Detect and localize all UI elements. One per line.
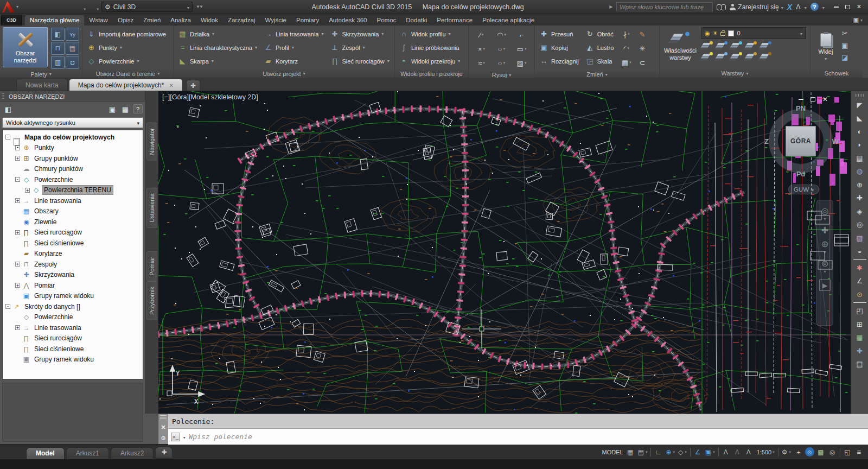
side-toolbar-button[interactable]: [853, 112, 867, 125]
viewport-visual-style-control[interactable]: [Model szkieletowy 2D]: [189, 93, 258, 101]
status-toggle[interactable]: [650, 448, 651, 457]
tree-expander[interactable]: +: [15, 325, 20, 330]
ribbon-tab[interactable]: Autodesk 360: [324, 15, 372, 26]
ribbon-button[interactable]: Lustro: [584, 41, 616, 54]
draw-tool-button[interactable]: [471, 56, 492, 70]
side-toolbar-button[interactable]: [853, 205, 867, 218]
tree-item[interactable]: Sieci ciśnieniowe: [3, 344, 143, 354]
layout-tab[interactable]: Arkusz1: [66, 447, 109, 459]
status-toggle[interactable]: [676, 446, 688, 458]
layout-tab[interactable]: Arkusz2: [111, 447, 154, 459]
drawing-canvas[interactable]: YX: [158, 91, 851, 414]
tree-expander[interactable]: +: [15, 156, 20, 161]
ribbon-tab[interactable]: Analiza: [165, 15, 196, 26]
draw-tool-button[interactable]: [492, 28, 512, 42]
toolspace-side-tab[interactable]: Przybornik: [146, 281, 157, 320]
tree-item[interactable]: + Grupy punktów: [3, 153, 143, 164]
panel-title[interactable]: Utwórz projekt: [174, 69, 394, 78]
status-toggle[interactable]: [815, 446, 827, 458]
tree-expander[interactable]: +: [15, 262, 20, 267]
ribbon-button[interactable]: Sieć rurociągów: [328, 54, 391, 68]
side-toolbar-button[interactable]: [853, 165, 867, 179]
draw-tool-button[interactable]: [512, 42, 532, 56]
workspace-selector[interactable]: Civil 3D: [101, 2, 193, 12]
status-toggle[interactable]: [778, 448, 778, 457]
minimize-button[interactable]: [834, 7, 839, 8]
file-tab[interactable]: Nowa karta: [16, 79, 68, 91]
ribbon-button[interactable]: Powierzchnie: [85, 54, 168, 68]
ribbon-button[interactable]: Przesuń: [538, 27, 580, 41]
status-toggle[interactable]: MODEL: [600, 446, 625, 458]
ribbon-button[interactable]: Linie próbkowania: [398, 41, 462, 54]
modify-tool-button[interactable]: [618, 41, 634, 55]
tree-item[interactable]: Grupy ramek widoku: [3, 291, 143, 302]
panel-title[interactable]: Utwórz Dane o terenie: [82, 69, 173, 78]
quick-access-button[interactable]: [34, 2, 46, 12]
quick-access-button[interactable]: [73, 2, 85, 12]
viewport-controls-label[interactable]: [−][Góra][Model szkieletowy 2D]: [162, 93, 258, 101]
status-toggle[interactable]: [690, 448, 691, 457]
panel-title[interactable]: Schowek: [810, 69, 863, 78]
tree-item[interactable]: + Linie trasowania: [3, 195, 143, 206]
help-search-input[interactable]: Wpisz słowo kluczowe lub frazę: [616, 2, 713, 11]
autodesk-360-icon[interactable]: Δ: [796, 3, 801, 11]
close-button[interactable]: ✕: [857, 4, 861, 10]
side-toolbar-button[interactable]: [853, 259, 867, 260]
tree-expander[interactable]: +: [15, 230, 20, 235]
panel-title[interactable]: Warstwy: [660, 69, 810, 78]
app-menu-caret-icon[interactable]: ▾: [16, 4, 18, 9]
toolspace-side-tab[interactable]: Nawigator: [146, 123, 157, 161]
viewcube[interactable]: PN Pd W Z GÓRA: [765, 105, 837, 177]
ribbon-tab[interactable]: Wstaw: [84, 15, 113, 26]
chevron-down-icon[interactable]: ▾: [824, 217, 826, 221]
tree-expander[interactable]: +: [25, 188, 30, 193]
palette-toggle-button[interactable]: [51, 42, 65, 55]
tree-expander[interactable]: -: [5, 304, 10, 309]
status-toggle[interactable]: [664, 446, 676, 458]
tree-item[interactable]: - Powierzchnie: [3, 174, 143, 185]
layer-tool-button[interactable]: [701, 52, 713, 61]
help-icon[interactable]: ?: [810, 3, 819, 11]
status-toggle[interactable]: [720, 446, 732, 458]
ribbon-button[interactable]: Skrzyżowania: [328, 27, 391, 41]
panorama-icon[interactable]: ▦: [120, 104, 131, 115]
side-toolbar-button[interactable]: [853, 305, 867, 318]
side-toolbar-button[interactable]: [853, 125, 867, 138]
side-toolbar-button[interactable]: [853, 358, 867, 371]
side-toolbar-button[interactable]: [853, 288, 867, 301]
ribbon-tab[interactable]: Zmień: [138, 15, 165, 26]
chevron-down-icon[interactable]: [805, 3, 807, 11]
layer-tool-button[interactable]: [731, 52, 742, 61]
draw-tool-button[interactable]: [471, 42, 492, 56]
side-toolbar-button[interactable]: [853, 261, 867, 275]
ribbon-button[interactable]: Obróć: [584, 27, 616, 41]
new-layout-button[interactable]: ✚: [155, 447, 173, 458]
ribbon-tab[interactable]: Polecane aplikacje: [477, 15, 539, 26]
command-grip[interactable]: [160, 415, 167, 420]
draw-tool-button[interactable]: [512, 28, 532, 42]
close-icon[interactable]: ✕: [161, 424, 165, 431]
modify-tool-button[interactable]: [634, 41, 650, 55]
status-toggle[interactable]: 1:500: [755, 446, 776, 458]
side-toolbar-button[interactable]: [853, 275, 867, 288]
status-toggle[interactable]: [718, 448, 719, 457]
layer-tool-button[interactable]: [760, 41, 771, 50]
panel-title[interactable]: Widoki profilu i przekroju: [395, 69, 468, 78]
status-toggle[interactable]: [692, 446, 704, 458]
side-toolbar-button[interactable]: [853, 245, 867, 258]
status-toggle[interactable]: [625, 446, 636, 458]
layer-dropdown[interactable]: 0: [701, 27, 806, 39]
status-toggle[interactable]: [636, 446, 649, 458]
tree-item[interactable]: Grupy ramek widoku: [3, 354, 143, 365]
toolspace-side-tab[interactable]: Pomiar: [146, 251, 157, 281]
status-toggle[interactable]: [732, 446, 743, 458]
modify-tool-button[interactable]: [634, 55, 650, 69]
tree-item[interactable]: - Skróty do danych []: [3, 301, 143, 312]
tree-item[interactable]: + Zespoły: [3, 259, 143, 270]
exchange-apps-icon[interactable]: X: [787, 3, 792, 11]
command-input[interactable]: >_ Wpisz polecenie: [168, 429, 868, 445]
ribbon-button[interactable]: Widok profilu: [398, 27, 462, 41]
ribbon-button[interactable]: Kopiuj: [538, 41, 580, 54]
toolspace-header[interactable]: OBSZAR NARZĘDZI: [0, 91, 145, 102]
ribbon-button[interactable]: Korytarz: [262, 54, 326, 68]
